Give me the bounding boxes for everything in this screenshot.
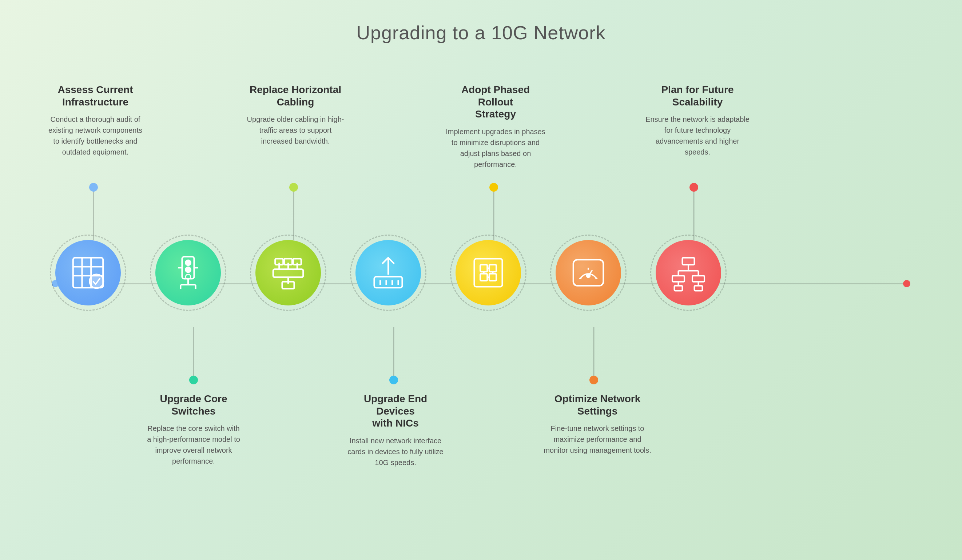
- step7-title: Plan for FutureScalability: [645, 84, 750, 108]
- svg-point-24: [186, 261, 190, 266]
- grid-check-icon: [68, 253, 108, 293]
- scalability-icon: [668, 253, 709, 293]
- svg-rect-48: [475, 259, 502, 287]
- step6-circle-container: [555, 240, 621, 306]
- svg-rect-52: [489, 274, 496, 281]
- svg-rect-68: [672, 276, 684, 282]
- svg-point-16: [903, 280, 910, 287]
- step2-title: Upgrade Core Switches: [146, 393, 241, 417]
- step5-circle-container: [455, 240, 521, 306]
- speedometer-icon: [568, 253, 609, 293]
- svg-rect-33: [273, 269, 303, 277]
- diagram-area: Assess CurrentInfrastructure Conduct a t…: [0, 43, 962, 560]
- svg-point-14: [589, 376, 598, 385]
- svg-point-10: [189, 376, 198, 385]
- step1-circle: [55, 240, 121, 306]
- step2-circle-container: [155, 240, 221, 306]
- step5-desc: Implement upgrades in phases to minimize…: [445, 126, 547, 170]
- step7-text: Plan for FutureScalability Ensure the ne…: [645, 84, 750, 158]
- circuit-icon: [468, 253, 508, 293]
- svg-point-2: [89, 183, 98, 191]
- svg-line-62: [595, 278, 597, 279]
- svg-rect-63: [683, 258, 694, 265]
- step4-desc: Install new network interface cards in d…: [345, 435, 446, 468]
- step5-title: Adopt Phased RolloutStrategy: [445, 84, 547, 121]
- svg-rect-57: [573, 260, 604, 286]
- step2-text: Upgrade Core Switches Replace the core s…: [146, 393, 241, 467]
- svg-rect-49: [480, 265, 487, 272]
- step3-title: Replace HorizontalCabling: [244, 84, 346, 108]
- step4-circle-container: [355, 240, 421, 306]
- step3-circle-container: [255, 240, 321, 306]
- page-title: Upgrading to a 10G Network: [356, 22, 605, 43]
- svg-rect-72: [675, 286, 683, 291]
- step4-title: Upgrade End Deviceswith NICs: [345, 393, 446, 430]
- step5-circle: [455, 240, 521, 306]
- step1-text: Assess CurrentInfrastructure Conduct a t…: [48, 84, 143, 158]
- step6-text: Optimize NetworkSettings Fine-tune netwo…: [543, 393, 652, 455]
- step7-desc: Ensure the network is adaptable for futu…: [645, 114, 750, 158]
- step1-circle-container: [55, 240, 121, 306]
- step6-desc: Fine-tune network settings to maximize p…: [543, 423, 652, 455]
- step3-desc: Upgrade older cabling in high-traffic ar…: [244, 114, 346, 146]
- svg-rect-50: [489, 265, 496, 272]
- svg-rect-51: [480, 274, 487, 281]
- step7-circle: [655, 240, 721, 306]
- svg-point-8: [689, 183, 698, 191]
- step1-title: Assess CurrentInfrastructure: [48, 84, 143, 108]
- svg-line-60: [579, 278, 581, 279]
- step1-desc: Conduct a thorough audit of existing net…: [48, 114, 143, 158]
- step6-circle: [555, 240, 621, 306]
- svg-rect-73: [694, 286, 702, 291]
- step3-circle: [255, 240, 321, 306]
- svg-rect-69: [692, 276, 704, 282]
- svg-point-6: [489, 183, 498, 191]
- step4-text: Upgrade End Deviceswith NICs Install new…: [345, 393, 446, 468]
- step5-text: Adopt Phased RolloutStrategy Implement u…: [445, 84, 547, 170]
- switches-icon: [168, 253, 208, 293]
- page-wrapper: Upgrading to a 10G Network: [0, 0, 962, 560]
- svg-point-59: [587, 274, 590, 277]
- step2-circle: [155, 240, 221, 306]
- step4-circle: [355, 240, 421, 306]
- svg-point-25: [186, 267, 190, 272]
- upload-device-icon: [368, 253, 408, 293]
- step2-desc: Replace the core switch with a high-perf…: [146, 423, 241, 467]
- network-switch-icon: [268, 253, 308, 293]
- svg-point-12: [389, 376, 398, 385]
- step6-title: Optimize NetworkSettings: [543, 393, 652, 417]
- step7-circle-container: [655, 240, 721, 306]
- step3-text: Replace HorizontalCabling Upgrade older …: [244, 84, 346, 146]
- svg-point-4: [289, 183, 298, 191]
- svg-point-22: [89, 274, 104, 288]
